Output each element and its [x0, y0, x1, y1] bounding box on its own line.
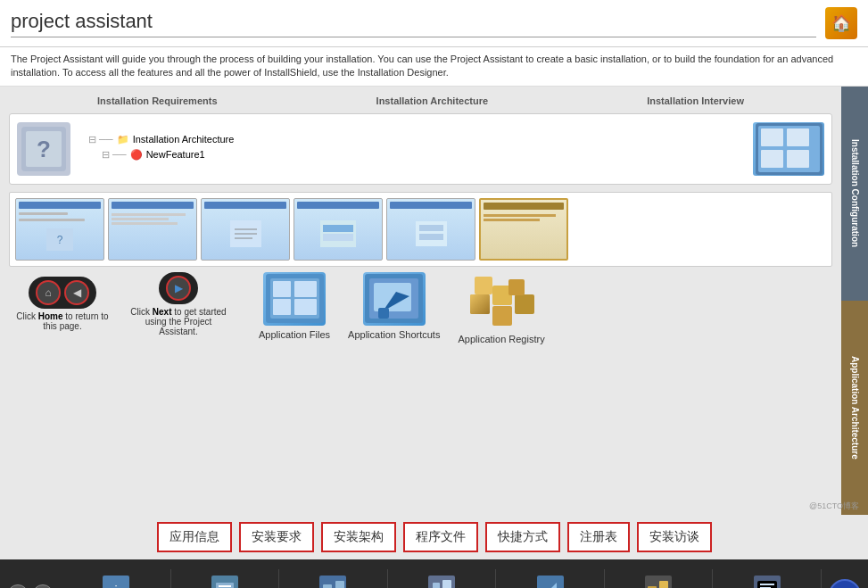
- bottom-nav-icon-install-interview: [753, 575, 781, 588]
- svg-rect-7: [761, 150, 783, 168]
- sidebar-tab-installation-config[interactable]: Installation Configuration: [841, 87, 868, 301]
- phase-installation-architecture: Installation Architecture: [376, 95, 489, 106]
- svg-rect-37: [475, 277, 492, 294]
- question-mark-icon: ?: [17, 122, 70, 176]
- bottom-nav-item-app-shortcuts[interactable]: Application Shortcuts: [496, 569, 605, 588]
- screen-thumb-3[interactable]: [201, 198, 290, 261]
- screen-thumb-4[interactable]: [293, 198, 383, 261]
- svg-rect-47: [335, 581, 344, 588]
- chinese-label-shortcuts[interactable]: 快捷方式: [485, 522, 560, 552]
- svg-rect-35: [515, 294, 534, 314]
- app-shortcuts-group[interactable]: Application Shortcuts: [348, 272, 440, 340]
- bottom-nav-bar: ⌂ ◀ i Application Information Installati…: [0, 559, 868, 588]
- bottom-nav-item-app-files[interactable]: Application Files: [388, 569, 497, 588]
- bottom-nav-next-button[interactable]: ▶: [829, 579, 861, 588]
- nav-section: ⌂ ◀ Click Home to return to this page. ▶…: [9, 272, 232, 336]
- svg-rect-43: [219, 585, 231, 587]
- next-button[interactable]: ▶: [166, 276, 191, 301]
- prev-button[interactable]: ◀: [64, 280, 89, 305]
- app-files-group[interactable]: Application Files: [259, 272, 330, 340]
- svg-text:?: ?: [57, 234, 63, 246]
- chinese-label-prog-files[interactable]: 程序文件: [403, 522, 478, 552]
- watermark: @51CTO博客: [809, 501, 859, 512]
- bottom-nav-item-app-registry[interactable]: Application Registry: [605, 569, 714, 588]
- phase-installation-interview: Installation Interview: [647, 95, 744, 106]
- main-content: Installation Requirements Installation A…: [0, 87, 868, 515]
- svg-rect-31: [378, 308, 389, 319]
- app-files-icon: [263, 272, 326, 326]
- left-panel: Installation Requirements Installation A…: [0, 87, 841, 515]
- svg-rect-38: [508, 279, 525, 295]
- svg-text:?: ?: [37, 136, 51, 162]
- bottom-nav-icon-app-info: i: [102, 575, 130, 588]
- bottom-nav-icon-app-registry: [644, 575, 673, 588]
- architecture-section: ? ⊟ ── 📁 Installation Architecture ⊟ ── …: [9, 113, 832, 185]
- tree-section: ⊟ ── 📁 Installation Architecture ⊟ ── 🔴 …: [88, 134, 735, 164]
- bottom-nav-back[interactable]: ◀: [32, 584, 54, 588]
- chinese-labels-row: 应用信息 安装要求 安装架构 程序文件 快捷方式 注册表 安装访谈: [0, 515, 868, 559]
- home-prev-buttons: ⌂ ◀: [29, 277, 96, 309]
- bottom-nav-item-install-req[interactable]: Installation Requirements: [171, 569, 280, 588]
- bottom-nav-icon-app-shortcuts: [536, 575, 565, 588]
- svg-rect-17: [323, 234, 353, 241]
- chinese-label-registry[interactable]: 注册表: [567, 522, 630, 552]
- bottom-nav-item-install-interview[interactable]: Installation Interview: [713, 569, 822, 588]
- svg-rect-5: [761, 128, 783, 146]
- svg-rect-46: [323, 584, 332, 588]
- page-title: project assistant: [11, 10, 816, 37]
- app-registry-group[interactable]: Application Registry: [458, 272, 544, 344]
- phase-labels: Installation Requirements Installation A…: [9, 95, 832, 106]
- sidebar-tab-application-arch[interactable]: Application Architecture: [841, 301, 868, 515]
- svg-rect-23: [273, 281, 291, 297]
- tree-label-feature: NewFeature1: [146, 149, 205, 160]
- svg-rect-19: [419, 225, 443, 231]
- home-button-description: Click Home to return to this page.: [9, 311, 116, 331]
- app-files-label: Application Files: [259, 329, 330, 340]
- right-sidebar: Installation Configuration Application A…: [841, 87, 868, 515]
- bottom-nav-prev-buttons: ⌂ ◀: [7, 584, 54, 588]
- app-icons-nav-section: ⌂ ◀ Click Home to return to this page. ▶…: [9, 272, 832, 344]
- screen-thumb-5[interactable]: [386, 198, 475, 261]
- chinese-label-install-arch[interactable]: 安装架构: [321, 522, 396, 552]
- svg-rect-49: [433, 583, 440, 588]
- svg-rect-24: [294, 281, 317, 297]
- svg-rect-8: [787, 150, 809, 168]
- svg-rect-56: [659, 581, 668, 588]
- home-icon[interactable]: 🏠: [825, 7, 857, 39]
- svg-rect-51: [537, 576, 564, 588]
- chinese-label-install-req[interactable]: 安装要求: [239, 522, 314, 552]
- tree-item-feature: ⊟ ── 🔴 NewFeature1: [102, 149, 735, 161]
- chinese-label-app-info[interactable]: 应用信息: [157, 522, 232, 552]
- bottom-nav-home[interactable]: ⌂: [7, 584, 29, 588]
- chinese-label-interview[interactable]: 安装访谈: [637, 522, 712, 552]
- svg-rect-16: [323, 225, 353, 232]
- next-button-group: ▶: [159, 272, 198, 304]
- screen-thumb-2[interactable]: [108, 198, 197, 261]
- bottom-nav-icon-app-files: [427, 575, 456, 588]
- next-button-description: Click Next to get started using the Proj…: [125, 307, 232, 336]
- app-registry-label: Application Registry: [458, 334, 544, 344]
- screen-thumb-1[interactable]: ?: [15, 198, 104, 261]
- svg-rect-36: [492, 306, 512, 326]
- arch-screen-preview: [753, 122, 824, 176]
- app-icons-section: Application Files Application Shortcuts: [259, 272, 545, 344]
- tree-item-arch: ⊟ ── 📁 Installation Architecture: [88, 134, 735, 145]
- svg-text:i: i: [115, 584, 118, 588]
- home-button[interactable]: ⌂: [36, 280, 61, 305]
- svg-rect-25: [273, 299, 291, 315]
- svg-rect-26: [294, 299, 317, 315]
- screen-thumb-application-files[interactable]: [479, 198, 568, 261]
- bottom-nav-item-install-arch[interactable]: Installation Architecture: [279, 569, 388, 588]
- app-shortcuts-label: Application Shortcuts: [348, 329, 440, 340]
- svg-rect-50: [442, 580, 451, 588]
- bottom-nav-items: i Application Information Installation R…: [62, 569, 822, 588]
- svg-rect-60: [760, 584, 774, 585]
- tree-label-arch: Installation Architecture: [133, 134, 235, 145]
- svg-rect-33: [470, 294, 490, 314]
- bottom-nav-item-app-info[interactable]: i Application Information: [62, 569, 171, 588]
- description-text: The Project Assistant will guide you thr…: [0, 47, 868, 87]
- app-registry-icon: [466, 272, 537, 330]
- svg-rect-20: [419, 234, 443, 240]
- bottom-nav-icon-install-req: [211, 575, 239, 588]
- phase-installation-requirements: Installation Requirements: [97, 95, 217, 106]
